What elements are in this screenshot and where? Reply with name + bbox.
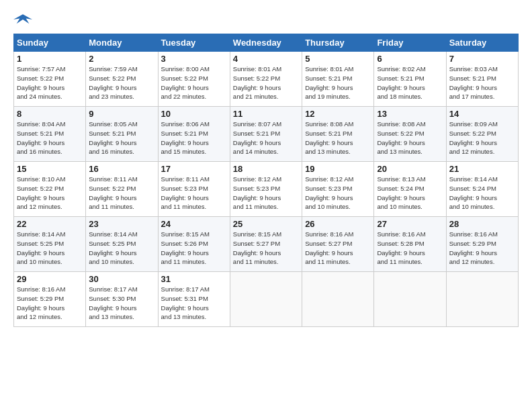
header-friday: Friday bbox=[374, 34, 446, 52]
day-info: Sunrise: 8:12 AM Sunset: 5:23 PM Dayligh… bbox=[233, 175, 299, 212]
day-number: 4 bbox=[233, 54, 299, 64]
week-row-5: 29Sunrise: 8:16 AM Sunset: 5:29 PM Dayli… bbox=[14, 272, 519, 327]
calendar-cell: 7Sunrise: 8:03 AM Sunset: 5:21 PM Daylig… bbox=[446, 52, 518, 107]
calendar-cell: 3Sunrise: 8:00 AM Sunset: 5:22 PM Daylig… bbox=[158, 52, 230, 107]
day-number: 18 bbox=[233, 164, 299, 174]
calendar-cell: 1Sunrise: 7:57 AM Sunset: 5:22 PM Daylig… bbox=[14, 52, 86, 107]
day-number: 21 bbox=[449, 164, 515, 174]
day-info: Sunrise: 8:14 AM Sunset: 5:25 PM Dayligh… bbox=[17, 230, 83, 267]
day-number: 22 bbox=[17, 219, 83, 229]
day-info: Sunrise: 8:17 AM Sunset: 5:30 PM Dayligh… bbox=[89, 285, 154, 322]
day-info: Sunrise: 8:07 AM Sunset: 5:21 PM Dayligh… bbox=[233, 120, 299, 156]
day-info: Sunrise: 8:13 AM Sunset: 5:24 PM Dayligh… bbox=[377, 175, 443, 212]
calendar-cell: 9Sunrise: 8:05 AM Sunset: 5:21 PM Daylig… bbox=[86, 107, 158, 162]
calendar-cell: 11Sunrise: 8:07 AM Sunset: 5:21 PM Dayli… bbox=[230, 107, 302, 162]
calendar-cell: 16Sunrise: 8:11 AM Sunset: 5:22 PM Dayli… bbox=[86, 162, 158, 217]
day-info: Sunrise: 8:14 AM Sunset: 5:24 PM Dayligh… bbox=[449, 175, 515, 212]
day-info: Sunrise: 8:08 AM Sunset: 5:22 PM Dayligh… bbox=[377, 120, 443, 156]
calendar-cell: 20Sunrise: 8:13 AM Sunset: 5:24 PM Dayli… bbox=[374, 162, 446, 217]
calendar-cell: 23Sunrise: 8:14 AM Sunset: 5:25 PM Dayli… bbox=[86, 217, 158, 272]
day-number: 15 bbox=[17, 164, 83, 174]
calendar-cell: 15Sunrise: 8:10 AM Sunset: 5:22 PM Dayli… bbox=[14, 162, 86, 217]
calendar-header-row: SundayMondayTuesdayWednesdayThursdayFrid… bbox=[14, 34, 519, 52]
day-info: Sunrise: 8:08 AM Sunset: 5:21 PM Dayligh… bbox=[305, 120, 371, 156]
calendar-cell bbox=[446, 272, 518, 327]
day-number: 19 bbox=[305, 164, 371, 174]
calendar-cell: 17Sunrise: 8:11 AM Sunset: 5:23 PM Dayli… bbox=[158, 162, 230, 217]
calendar-cell: 31Sunrise: 8:17 AM Sunset: 5:31 PM Dayli… bbox=[158, 272, 230, 327]
calendar-table: SundayMondayTuesdayWednesdayThursdayFrid… bbox=[13, 34, 519, 327]
day-number: 6 bbox=[377, 54, 443, 64]
day-info: Sunrise: 8:16 AM Sunset: 5:28 PM Dayligh… bbox=[377, 230, 443, 267]
header-wednesday: Wednesday bbox=[230, 34, 302, 52]
calendar-cell: 26Sunrise: 8:16 AM Sunset: 5:27 PM Dayli… bbox=[302, 217, 374, 272]
day-number: 31 bbox=[161, 274, 227, 284]
calendar-cell: 8Sunrise: 8:04 AM Sunset: 5:21 PM Daylig… bbox=[14, 107, 86, 162]
day-number: 27 bbox=[377, 219, 443, 229]
day-number: 25 bbox=[233, 219, 299, 229]
day-number: 20 bbox=[377, 164, 443, 174]
page: SundayMondayTuesdayWednesdayThursdayFrid… bbox=[0, 0, 532, 411]
header-thursday: Thursday bbox=[302, 34, 374, 52]
calendar-cell: 10Sunrise: 8:06 AM Sunset: 5:21 PM Dayli… bbox=[158, 107, 230, 162]
calendar-cell: 29Sunrise: 8:16 AM Sunset: 5:29 PM Dayli… bbox=[14, 272, 86, 327]
day-info: Sunrise: 8:01 AM Sunset: 5:21 PM Dayligh… bbox=[305, 64, 371, 101]
logo-icon bbox=[13, 12, 32, 27]
day-info: Sunrise: 8:09 AM Sunset: 5:22 PM Dayligh… bbox=[449, 120, 515, 156]
day-number: 10 bbox=[161, 109, 227, 119]
header bbox=[13, 12, 519, 27]
calendar-cell: 25Sunrise: 8:15 AM Sunset: 5:27 PM Dayli… bbox=[230, 217, 302, 272]
day-number: 3 bbox=[161, 54, 227, 64]
day-number: 11 bbox=[233, 109, 299, 119]
header-sunday: Sunday bbox=[14, 34, 86, 52]
day-number: 9 bbox=[89, 109, 154, 119]
day-info: Sunrise: 8:16 AM Sunset: 5:29 PM Dayligh… bbox=[17, 285, 83, 322]
day-info: Sunrise: 7:59 AM Sunset: 5:22 PM Dayligh… bbox=[89, 64, 154, 101]
day-number: 13 bbox=[377, 109, 443, 119]
week-row-3: 15Sunrise: 8:10 AM Sunset: 5:22 PM Dayli… bbox=[14, 162, 519, 217]
day-number: 12 bbox=[305, 109, 371, 119]
week-row-4: 22Sunrise: 8:14 AM Sunset: 5:25 PM Dayli… bbox=[14, 217, 519, 272]
day-info: Sunrise: 8:04 AM Sunset: 5:21 PM Dayligh… bbox=[17, 120, 83, 156]
calendar-cell: 4Sunrise: 8:01 AM Sunset: 5:22 PM Daylig… bbox=[230, 52, 302, 107]
svg-marker-0 bbox=[13, 14, 32, 24]
day-number: 30 bbox=[89, 274, 154, 284]
logo bbox=[13, 12, 35, 27]
day-info: Sunrise: 8:17 AM Sunset: 5:31 PM Dayligh… bbox=[161, 285, 227, 322]
header-tuesday: Tuesday bbox=[158, 34, 230, 52]
day-info: Sunrise: 7:57 AM Sunset: 5:22 PM Dayligh… bbox=[17, 64, 83, 101]
day-info: Sunrise: 8:14 AM Sunset: 5:25 PM Dayligh… bbox=[89, 230, 154, 267]
calendar-cell bbox=[374, 272, 446, 327]
day-info: Sunrise: 8:12 AM Sunset: 5:23 PM Dayligh… bbox=[305, 175, 371, 212]
day-number: 8 bbox=[17, 109, 83, 119]
day-number: 28 bbox=[449, 219, 515, 229]
day-info: Sunrise: 8:05 AM Sunset: 5:21 PM Dayligh… bbox=[89, 120, 154, 156]
day-info: Sunrise: 8:16 AM Sunset: 5:27 PM Dayligh… bbox=[305, 230, 371, 267]
calendar-cell: 5Sunrise: 8:01 AM Sunset: 5:21 PM Daylig… bbox=[302, 52, 374, 107]
day-info: Sunrise: 8:16 AM Sunset: 5:29 PM Dayligh… bbox=[449, 230, 515, 267]
day-number: 23 bbox=[89, 219, 154, 229]
calendar-cell: 21Sunrise: 8:14 AM Sunset: 5:24 PM Dayli… bbox=[446, 162, 518, 217]
calendar-cell: 22Sunrise: 8:14 AM Sunset: 5:25 PM Dayli… bbox=[14, 217, 86, 272]
day-number: 26 bbox=[305, 219, 371, 229]
calendar-cell: 28Sunrise: 8:16 AM Sunset: 5:29 PM Dayli… bbox=[446, 217, 518, 272]
calendar-cell: 18Sunrise: 8:12 AM Sunset: 5:23 PM Dayli… bbox=[230, 162, 302, 217]
calendar-cell: 19Sunrise: 8:12 AM Sunset: 5:23 PM Dayli… bbox=[302, 162, 374, 217]
day-number: 5 bbox=[305, 54, 371, 64]
day-number: 14 bbox=[449, 109, 515, 119]
day-info: Sunrise: 8:02 AM Sunset: 5:21 PM Dayligh… bbox=[377, 64, 443, 101]
day-info: Sunrise: 8:11 AM Sunset: 5:22 PM Dayligh… bbox=[89, 175, 154, 212]
calendar-cell bbox=[302, 272, 374, 327]
day-info: Sunrise: 8:00 AM Sunset: 5:22 PM Dayligh… bbox=[161, 64, 227, 101]
calendar-cell: 12Sunrise: 8:08 AM Sunset: 5:21 PM Dayli… bbox=[302, 107, 374, 162]
calendar-cell: 24Sunrise: 8:15 AM Sunset: 5:26 PM Dayli… bbox=[158, 217, 230, 272]
day-info: Sunrise: 8:03 AM Sunset: 5:21 PM Dayligh… bbox=[449, 64, 515, 101]
day-info: Sunrise: 8:01 AM Sunset: 5:22 PM Dayligh… bbox=[233, 64, 299, 101]
day-number: 7 bbox=[449, 54, 515, 64]
day-number: 2 bbox=[89, 54, 154, 64]
calendar-cell: 13Sunrise: 8:08 AM Sunset: 5:22 PM Dayli… bbox=[374, 107, 446, 162]
day-number: 17 bbox=[161, 164, 227, 174]
header-saturday: Saturday bbox=[446, 34, 518, 52]
day-number: 1 bbox=[17, 54, 83, 64]
week-row-2: 8Sunrise: 8:04 AM Sunset: 5:21 PM Daylig… bbox=[14, 107, 519, 162]
